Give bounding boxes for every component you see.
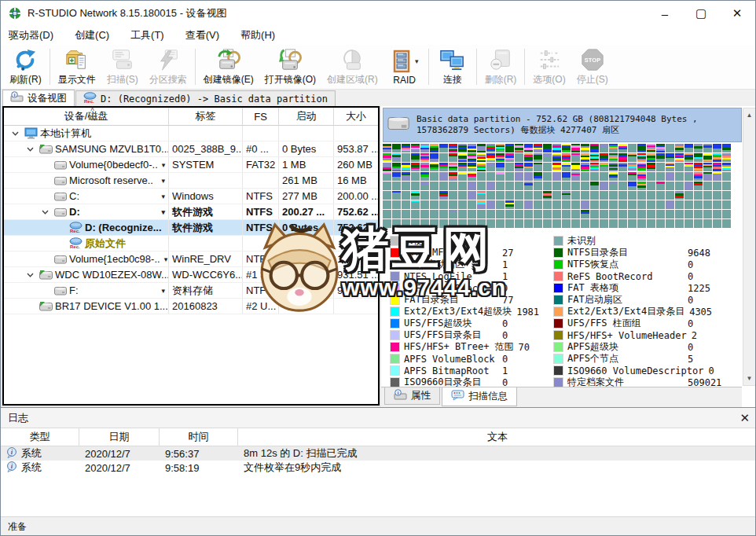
scan-block xyxy=(618,219,627,228)
column-header-0[interactable]: 设备/磁盘 xyxy=(4,108,169,125)
tab-recognized-partition[interactable]: Rec.D: (Recognized0) -> Basic data parti… xyxy=(75,90,336,106)
partition-search-icon xyxy=(156,47,180,72)
expand-chevron-icon[interactable] xyxy=(24,273,37,277)
legend-count: 27 xyxy=(502,248,513,259)
device-row-8[interactable]: Volume{1ecb0c98-..▾WinRE_DRVNTFS952.89 .… xyxy=(4,251,378,267)
device-row-0[interactable]: 本地计算机 xyxy=(4,126,378,141)
log-text: 8m 12s 的 D: 扫描已完成 xyxy=(238,446,756,461)
scan-block xyxy=(628,191,637,200)
expand-chevron-icon[interactable] xyxy=(9,131,22,136)
scan-block xyxy=(515,191,523,200)
legend-item: APFS个节点5 xyxy=(554,353,741,365)
row-dropdown-icon[interactable]: ▾ xyxy=(160,287,165,295)
scan-block xyxy=(515,210,523,218)
toolbar-button-connect[interactable]: 连接 xyxy=(431,46,474,88)
scan-block xyxy=(552,172,561,181)
device-row-3[interactable]: Microsoft reserve..▾261 MB16 MB xyxy=(4,173,378,189)
log-date: 2020/12/7 xyxy=(79,448,160,460)
legend-swatch xyxy=(554,248,563,257)
expand-chevron-icon[interactable] xyxy=(39,210,52,215)
scan-block xyxy=(420,144,429,152)
volume-icon xyxy=(54,160,67,170)
menu-item-3[interactable]: 查看(V) xyxy=(185,28,219,42)
device-row-1[interactable]: SAMSUNG MZVLB1T0...0025_388B_9...#0 ...0… xyxy=(4,141,378,157)
scan-block xyxy=(402,191,410,200)
expand-chevron-icon[interactable] xyxy=(24,147,37,152)
device-row-4[interactable]: C:▾WindowsNTFS277 MB200.00 ... xyxy=(4,189,378,204)
scan-block xyxy=(496,191,505,200)
row-dropdown-icon[interactable]: ▾ xyxy=(160,177,165,185)
row-dropdown-icon[interactable]: ▾ xyxy=(160,208,165,216)
column-header-4[interactable]: 大小 xyxy=(334,108,378,125)
scan-block xyxy=(402,182,410,190)
row-dropdown-icon[interactable]: ▾ xyxy=(163,255,168,263)
log-close-icon[interactable]: ✕ xyxy=(739,411,750,425)
scan-block xyxy=(675,219,684,228)
menu-item-0[interactable]: 驱动器(D) xyxy=(9,28,53,42)
tab-properties[interactable]: i属性 xyxy=(384,387,440,405)
minimize-button[interactable]: – xyxy=(647,1,683,26)
tab-scan-info[interactable]: 扫描信息 xyxy=(442,387,517,406)
scan-block xyxy=(524,219,533,228)
scan-block xyxy=(637,219,646,228)
scan-block xyxy=(420,172,429,181)
device-size: 200.00 ... xyxy=(334,189,378,204)
scan-block xyxy=(684,182,693,190)
device-row-11[interactable]: BR17 DEVICE V1.00 1....20160823#2 U... xyxy=(4,299,378,314)
sort-indicator-icon: ˄ xyxy=(90,105,94,113)
close-button[interactable]: ✕ xyxy=(719,1,755,26)
menu-item-1[interactable]: 创建(C) xyxy=(75,28,109,42)
scan-block xyxy=(713,219,721,228)
legend-item: UFS/FFS目录条目0 xyxy=(391,329,548,341)
toolbar-button-open-image[interactable]: 打开镜像(O) xyxy=(259,46,321,88)
disk-icon xyxy=(39,270,53,280)
legend-swatch xyxy=(554,331,563,340)
scan-block xyxy=(477,172,486,181)
toolbar-button-show-files[interactable]: 显示文件 xyxy=(53,46,101,88)
log-row-0[interactable]: i系统2020/12/79:56:378m 12s 的 D: 扫描已完成 xyxy=(1,446,756,461)
legend-swatch xyxy=(554,272,563,281)
toolbar-button-create-image[interactable]: 创建镜像(E) xyxy=(198,46,259,88)
device-row-9[interactable]: WDC WD10EZEX-08W...WD-WCC6Y6...#1 S...0 … xyxy=(4,267,378,283)
log-row-1[interactable]: i系统2020/12/79:58:19文件枚举在9秒内完成 xyxy=(1,461,756,475)
maximize-button[interactable]: ▢ xyxy=(683,1,719,26)
scan-block xyxy=(439,191,448,200)
scan-block xyxy=(628,182,637,190)
scan-block xyxy=(618,172,627,181)
device-row-6[interactable]: Rec.D: (Recognize...软件游戏NTFS0 Bytes752.6… xyxy=(4,220,378,236)
column-header-1[interactable]: 标签 xyxy=(169,108,243,125)
tab-device-view[interactable]: i设备视图 xyxy=(2,90,75,106)
scan-block xyxy=(618,182,627,190)
scroll-up-icon[interactable]: ▲ xyxy=(747,108,753,122)
column-header-2[interactable]: FS xyxy=(243,108,279,125)
scan-block xyxy=(666,144,674,152)
toolbar-button-refresh[interactable]: 刷新(R) xyxy=(4,46,47,88)
device-row-5[interactable]: D:▾软件游戏NTFS200.27 ...752.62 ... xyxy=(4,204,378,220)
device-row-2[interactable]: Volume{0bedecf0-..▾SYSTEMFAT321 MB260 MB xyxy=(4,157,378,173)
column-header-3[interactable]: 启动 xyxy=(279,108,334,125)
scan-block xyxy=(637,200,646,209)
volume-icon xyxy=(54,192,67,201)
device-row-7[interactable]: Rec.原始文件 xyxy=(4,236,378,251)
show-files-icon xyxy=(65,47,89,72)
row-dropdown-icon[interactable]: ▾ xyxy=(160,193,165,200)
raid-dropdown-icon[interactable]: ▾ xyxy=(415,57,419,65)
svg-text:STOP: STOP xyxy=(585,57,600,64)
device-size: 752.62 ... xyxy=(334,204,378,219)
scan-block-map[interactable] xyxy=(383,144,742,229)
scan-block xyxy=(637,182,646,190)
scroll-down-icon[interactable]: ▼ xyxy=(747,372,753,385)
scan-block xyxy=(600,163,608,171)
scan-block xyxy=(505,200,514,209)
row-dropdown-icon[interactable]: ▾ xyxy=(160,161,166,169)
menu-item-2[interactable]: 工具(T) xyxy=(130,28,164,42)
scan-block xyxy=(618,191,627,200)
legend-label: ReFS BootRecord xyxy=(567,271,683,282)
scan-block xyxy=(647,219,655,228)
menu-item-4[interactable]: 帮助(H) xyxy=(240,28,275,42)
scan-block xyxy=(439,144,448,152)
scan-scrollbar[interactable]: ▲ ▼ xyxy=(743,108,756,386)
toolbar-button-raid[interactable]: ▾RAID xyxy=(384,46,426,88)
device-row-10[interactable]: F:▾资料存储NTFS1 MB931.51 ... xyxy=(4,283,378,299)
scan-block xyxy=(392,182,401,190)
